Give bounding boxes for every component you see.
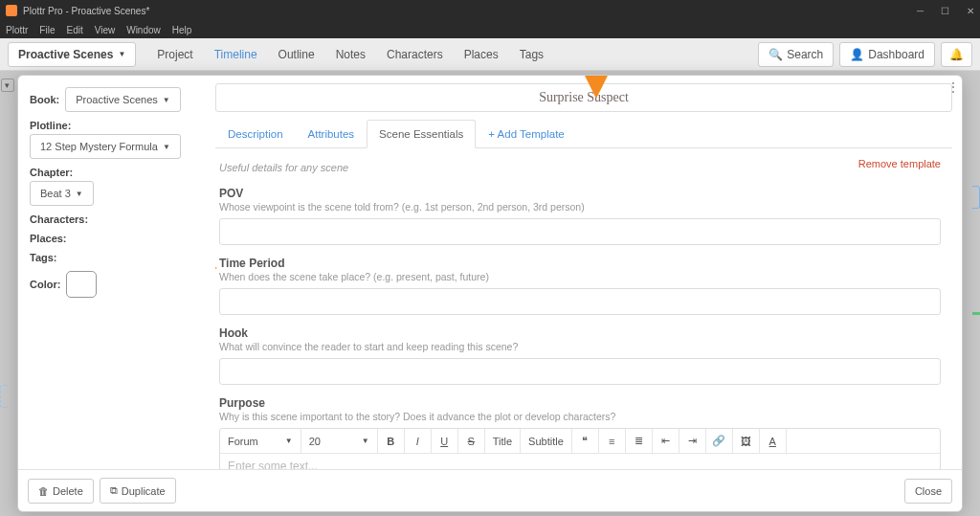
nav-places[interactable]: Places [464,48,499,61]
hook-desc: What will convince the reader to start a… [219,341,941,352]
nav-tags[interactable]: Tags [520,48,544,61]
user-icon: 👤 [850,48,864,61]
maximize-icon[interactable]: ☐ [941,6,949,16]
bell-icon: 🔔 [949,48,964,61]
hook-input[interactable] [219,358,941,385]
search-icon: 🔍 [768,48,783,61]
nav-notes[interactable]: Notes [336,48,366,61]
window-title: Plottr Pro - Proactive Scenes* [23,6,149,16]
italic-icon[interactable]: I [405,429,432,453]
copy-icon: ⧉ [110,484,118,497]
tags-label: Tags: [30,252,198,263]
scenes-dropdown-label: Proactive Scenes [18,48,113,61]
hook-title: Hook [219,326,941,340]
chapter-label: Chapter: [30,167,198,178]
tab-description[interactable]: Description [215,120,296,147]
tab-scene-essentials[interactable]: Scene Essentials [367,120,476,148]
app-icon [6,5,17,16]
remove-template-link[interactable]: Remove template [858,158,941,169]
size-select[interactable]: 20▼ [301,429,378,453]
caret-down-icon: ▼ [163,96,170,104]
close-icon[interactable]: ✕ [967,6,974,16]
scene-tabs: Description Attributes Scene Essentials … [215,120,952,148]
menu-item[interactable]: View [95,25,116,35]
dashboard-label: Dashboard [868,48,924,61]
tab-add-template[interactable]: + Add Template [476,120,576,147]
pov-input[interactable] [219,218,941,245]
caret-down-icon: ▼ [118,50,125,58]
outdent-icon[interactable]: ⇤ [653,429,679,453]
purpose-textarea[interactable]: Enter some text... [220,454,940,469]
characters-label: Characters: [30,213,198,225]
duplicate-button[interactable]: ⧉ Duplicate [100,478,176,504]
menu-bar: Plottr File Edit View Window Help [0,21,980,38]
strike-icon[interactable]: S [458,429,485,453]
caret-down-icon: ▼ [163,143,170,151]
list-ordered-icon[interactable]: ≡ [599,429,626,453]
search-label: Search [787,48,823,61]
nav-characters[interactable]: Characters [387,48,443,61]
scene-modal: Book: Proactive Scenes▼ Plotline: 12 Ste… [17,75,963,512]
nav-timeline[interactable]: Timeline [214,48,257,61]
field-time-period: Time Period When does the scene take pla… [219,257,941,315]
modal-sidebar: Book: Proactive Scenes▼ Plotline: 12 Ste… [18,76,210,469]
time-title: Time Period [219,257,941,270]
list-unordered-icon[interactable]: ≣ [626,429,653,453]
nav-outline[interactable]: Outline [278,48,315,61]
template-pane: Useful details for any scene Remove temp… [215,148,952,469]
title-bar: Plottr Pro - Proactive Scenes* ─ ☐ ✕ [0,0,980,21]
book-dropdown[interactable]: Proactive Scenes▼ [65,87,181,112]
text-color-icon[interactable]: A [760,429,787,453]
menu-item[interactable]: Help [172,25,192,35]
close-button[interactable]: Close [904,479,952,504]
link-icon[interactable]: 🔗 [706,429,733,453]
indent-icon[interactable]: ⇥ [679,429,706,453]
title-style-button[interactable]: Title [485,429,521,453]
time-input[interactable] [219,288,941,315]
field-hook: Hook What will convince the reader to st… [219,326,941,385]
template-helper: Useful details for any scene [219,162,348,173]
field-purpose: Purpose Why is this scene important to t… [219,396,941,469]
pov-desc: Whose viewpoint is the scene told from? … [219,201,941,213]
search-button[interactable]: 🔍 Search [758,42,834,67]
places-label: Places: [30,233,198,244]
subtitle-style-button[interactable]: Subtitle [521,429,572,453]
window-controls: ─ ☐ ✕ [917,6,974,16]
color-swatch[interactable] [66,271,97,298]
time-desc: When does the scene take place? (e.g. pr… [219,271,941,282]
color-label: Color: [30,279,60,290]
trash-icon: 🗑 [38,485,49,497]
image-icon[interactable]: 🖼 [733,429,760,453]
menu-item[interactable]: Plottr [6,25,28,35]
kebab-menu-icon[interactable]: ⋮ [947,79,960,95]
scenes-dropdown[interactable]: Proactive Scenes ▼ [8,42,136,67]
quote-icon[interactable]: ❝ [572,429,599,453]
purpose-editor: Forum▼ 20▼ B I U S Title Subtitle ❝ ≡ ≣ [219,428,941,469]
plotline-label: Plotline: [30,120,198,131]
minimize-icon[interactable]: ─ [917,6,924,16]
field-pov: POV Whose viewpoint is the scene told fr… [219,187,941,245]
dashboard-button[interactable]: 👤 Dashboard [839,42,935,67]
nav-project[interactable]: Project [157,48,192,61]
modal-footer: 🗑 Delete ⧉ Duplicate Close [18,469,962,511]
delete-button[interactable]: 🗑 Delete [28,479,94,504]
menu-item[interactable]: Window [126,25,161,35]
pov-title: POV [219,187,941,200]
font-select[interactable]: Forum▼ [220,429,301,453]
book-label: Book: [30,94,59,105]
purpose-desc: Why is this scene important to the story… [219,411,941,422]
top-nav: Proactive Scenes ▼ Project Timeline Outl… [0,38,980,71]
bold-icon[interactable]: B [378,429,405,453]
filter-icon[interactable]: ▾ [1,79,14,92]
annotation-arrow-down [583,76,610,99]
purpose-title: Purpose [219,396,941,410]
menu-item[interactable]: File [39,25,55,35]
menu-item[interactable]: Edit [66,25,82,35]
notifications-button[interactable]: 🔔 [941,42,972,67]
underline-icon[interactable]: U [432,429,458,453]
plotline-dropdown[interactable]: 12 Step Mystery Formula▼ [30,134,181,159]
caret-down-icon: ▼ [76,190,83,198]
tab-attributes[interactable]: Attributes [296,120,368,147]
chapter-dropdown[interactable]: Beat 3▼ [30,181,94,206]
annotation-arrow-right [215,258,217,278]
